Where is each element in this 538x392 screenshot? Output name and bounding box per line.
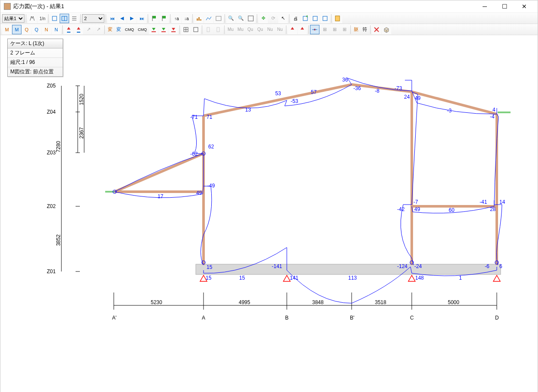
node-toggle-icon[interactable] bbox=[310, 25, 319, 34]
toolbar-row-2: M M Q Q N N ↗ ↗ 変 変 CMQ CMQ Mu Mu Qu Qu … bbox=[0, 24, 538, 35]
misc1-icon[interactable]: ⊞ bbox=[320, 25, 329, 34]
svg-text:-73: -73 bbox=[395, 85, 402, 91]
section-icon[interactable] bbox=[204, 25, 213, 34]
select-icon[interactable]: ↖ bbox=[278, 14, 288, 23]
svg-text:A': A' bbox=[112, 315, 116, 321]
svg-text:53: 53 bbox=[275, 90, 281, 96]
diagram-canvas[interactable]: ケース: L (1次) 2 フレーム 縮尺:1 / 96 M図位置: 節点位置 … bbox=[0, 35, 538, 392]
btn-N1[interactable]: N bbox=[42, 25, 51, 34]
svg-text:-49: -49 bbox=[207, 183, 215, 189]
help-icon[interactable] bbox=[333, 14, 342, 23]
minimize-button[interactable]: ─ bbox=[475, 0, 495, 12]
grid1-icon[interactable] bbox=[181, 25, 191, 34]
text-down-icon[interactable]: ↓a bbox=[182, 14, 191, 23]
btn-Q2[interactable]: Q bbox=[32, 25, 41, 34]
nav-first-icon[interactable]: ⏮ bbox=[107, 14, 117, 23]
info-mpos: M図位置: 節点位置 bbox=[8, 67, 63, 76]
svg-text:13: 13 bbox=[245, 107, 251, 113]
misc2-icon[interactable]: ⊞ bbox=[330, 25, 339, 34]
btn-Q1[interactable]: Q bbox=[22, 25, 31, 34]
arrow1-icon[interactable]: ↗ bbox=[84, 25, 93, 34]
svg-text:↑a: ↑a bbox=[174, 16, 179, 21]
tool-list-icon[interactable] bbox=[70, 14, 79, 23]
svg-text:-53: -53 bbox=[291, 98, 298, 104]
svg-text:-24: -24 bbox=[414, 263, 422, 269]
btn-N2[interactable]: N bbox=[52, 25, 61, 34]
tool-hand-icon[interactable] bbox=[27, 14, 37, 23]
btn-M1[interactable]: M bbox=[2, 25, 12, 34]
svg-text:1: 1 bbox=[459, 275, 462, 281]
fit-icon[interactable] bbox=[246, 14, 255, 23]
svg-text:1520: 1520 bbox=[79, 93, 85, 105]
nav-last-icon[interactable]: ⏭ bbox=[137, 14, 146, 23]
tool-box1-icon[interactable] bbox=[50, 14, 59, 23]
arrow2-icon[interactable]: ↗ bbox=[94, 25, 103, 34]
grid2-icon[interactable] bbox=[191, 25, 201, 34]
react-red2-icon[interactable] bbox=[298, 25, 307, 34]
load2-icon[interactable] bbox=[159, 25, 168, 34]
nav-prev-icon[interactable]: ◀ bbox=[117, 14, 127, 23]
zoom-out-icon[interactable]: 🔍 bbox=[226, 14, 236, 23]
btn-M2[interactable]: M bbox=[12, 25, 21, 34]
tool-box2-icon[interactable] bbox=[60, 14, 69, 23]
btn-Mu2[interactable]: Mu bbox=[236, 25, 245, 34]
btn-Qu1[interactable]: Qu bbox=[246, 25, 255, 34]
svg-rect-74 bbox=[196, 264, 501, 274]
svg-rect-16 bbox=[216, 16, 221, 21]
svg-text:5230: 5230 bbox=[151, 299, 162, 305]
svg-rect-7 bbox=[152, 16, 156, 18]
chart3-icon[interactable] bbox=[214, 14, 223, 23]
load1-icon[interactable] bbox=[149, 25, 158, 34]
btn-deform2[interactable]: 変 bbox=[115, 25, 123, 34]
chart1-icon[interactable] bbox=[194, 14, 204, 23]
section2-icon[interactable] bbox=[213, 25, 223, 34]
export3-icon[interactable] bbox=[320, 14, 330, 23]
btn-Nu2[interactable]: Nu bbox=[275, 25, 285, 34]
maximize-button[interactable]: ☐ bbox=[495, 0, 514, 12]
svg-text:-6: -6 bbox=[485, 263, 489, 269]
export1-icon[interactable] bbox=[301, 14, 310, 23]
print-icon[interactable]: 🖨 bbox=[291, 14, 300, 23]
svg-rect-32 bbox=[217, 27, 219, 32]
pan-icon[interactable]: ✥ bbox=[258, 14, 268, 23]
svg-rect-31 bbox=[207, 27, 210, 32]
zoom-in-icon[interactable]: 🔍 bbox=[236, 14, 246, 23]
value-labels: 36 -36 53 -53 57 -8 13 -73 24 49 -3 4 -4… bbox=[158, 77, 505, 281]
btn-sign[interactable]: 符 bbox=[361, 25, 369, 34]
nav-next-icon[interactable]: ▶ bbox=[127, 14, 137, 23]
svg-text:-71: -71 bbox=[190, 114, 198, 120]
svg-text:Z03: Z03 bbox=[47, 150, 56, 156]
btn-cmq2[interactable]: CMQ bbox=[136, 25, 149, 34]
cube-icon[interactable] bbox=[382, 25, 391, 34]
load3-icon[interactable] bbox=[169, 25, 178, 34]
flag-green1-icon[interactable] bbox=[149, 14, 159, 23]
export2-icon[interactable] bbox=[310, 14, 320, 23]
tool-reduce-icon[interactable]: 1/n bbox=[37, 14, 47, 23]
close-button[interactable]: ✕ bbox=[514, 0, 534, 12]
btn-Qu2[interactable]: Qu bbox=[255, 25, 265, 34]
flag-green2-icon[interactable] bbox=[159, 14, 169, 23]
svg-text:148: 148 bbox=[415, 275, 424, 281]
text-up-icon[interactable]: ↑a bbox=[172, 14, 181, 23]
btn-Nu1[interactable]: Nu bbox=[265, 25, 275, 34]
misc3-icon[interactable]: ⊞ bbox=[340, 25, 349, 34]
svg-text:B': B' bbox=[350, 315, 354, 321]
svg-text:-42: -42 bbox=[397, 206, 405, 212]
result-select[interactable]: 結果1 bbox=[2, 14, 24, 23]
chart2-icon[interactable] bbox=[204, 14, 213, 23]
btn-deform1[interactable]: 変 bbox=[106, 25, 114, 34]
del-icon[interactable] bbox=[372, 25, 381, 34]
react-red1-icon[interactable] bbox=[288, 25, 297, 34]
svg-text:-4: -4 bbox=[490, 114, 495, 120]
view-select[interactable]: 2 bbox=[82, 14, 104, 23]
svg-text:1/n: 1/n bbox=[40, 16, 46, 21]
btn-Mu1[interactable]: Mu bbox=[226, 25, 235, 34]
btn-body[interactable]: 躯 bbox=[352, 25, 360, 34]
refresh-icon[interactable]: ⟳ bbox=[268, 14, 278, 23]
btn-cmq1[interactable]: CMQ bbox=[123, 25, 136, 34]
svg-text:24: 24 bbox=[404, 94, 410, 100]
reaction-up2-icon[interactable] bbox=[74, 25, 83, 34]
z-axis: Z05 Z04 Z03 Z02 Z01 1520 2367 7280 3852 bbox=[47, 83, 85, 274]
svg-text:28: 28 bbox=[490, 206, 496, 212]
reaction-up-icon[interactable] bbox=[64, 25, 73, 34]
